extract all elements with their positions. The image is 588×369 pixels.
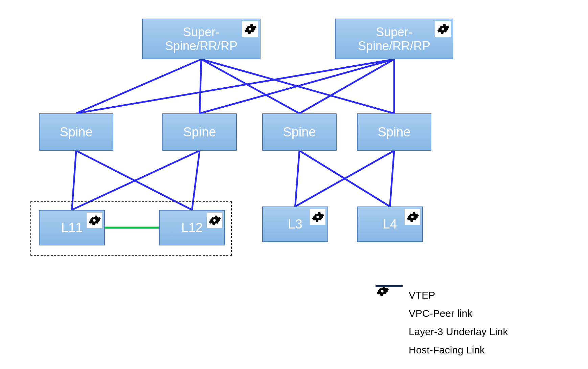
node-label: Spine (60, 125, 92, 139)
svg-point-5 (411, 216, 413, 218)
node-label: Spine (183, 125, 216, 139)
underlay-link (200, 59, 201, 113)
node-spine1: Spine (39, 113, 113, 151)
underlay-link (72, 151, 76, 210)
underlay-link (76, 59, 201, 113)
legend-item: Host-Facing Link (376, 343, 508, 357)
vpc-pair-box (30, 201, 232, 256)
node-l3: L3 (262, 207, 328, 242)
svg-point-4 (316, 216, 319, 218)
node-spine2: Spine (162, 113, 237, 151)
node-spine3: Spine (262, 113, 337, 151)
gear-icon (405, 209, 420, 225)
underlay-link (201, 59, 299, 113)
legend: VTEPVPC-Peer linkLayer-3 Underlay LinkHo… (376, 284, 508, 361)
node-label: Super- Spine/RR/RP (358, 25, 430, 53)
legend-label: Host-Facing Link (409, 344, 485, 356)
underlay-link (72, 151, 200, 210)
svg-point-0 (249, 28, 251, 30)
svg-point-1 (442, 28, 444, 30)
underlay-link (390, 151, 394, 207)
gear-icon (310, 209, 325, 225)
legend-item: Layer-3 Underlay Link (376, 324, 508, 339)
gear-icon (242, 21, 258, 37)
underlay-link (295, 151, 394, 207)
gear-icon (435, 21, 451, 37)
legend-item: VPC-Peer link (376, 306, 508, 321)
node-label: Spine (283, 125, 316, 139)
node-l4: L4 (357, 207, 423, 242)
underlay-link (192, 151, 200, 210)
node-superspine1: Super- Spine/RR/RP (142, 19, 261, 59)
legend-label: Layer-3 Underlay Link (409, 326, 508, 338)
node-label: Spine (378, 125, 410, 139)
underlay-link (295, 151, 300, 207)
node-label: Super- Spine/RR/RP (165, 25, 238, 53)
node-superspine2: Super- Spine/RR/RP (335, 19, 453, 59)
svg-point-6 (381, 290, 383, 292)
node-label: L3 (288, 217, 302, 232)
node-spine4: Spine (357, 113, 431, 151)
node-label: L4 (383, 217, 397, 232)
legend-item: VTEP (376, 288, 508, 303)
legend-label: VTEP (409, 289, 435, 301)
legend-label: VPC-Peer link (409, 308, 472, 319)
